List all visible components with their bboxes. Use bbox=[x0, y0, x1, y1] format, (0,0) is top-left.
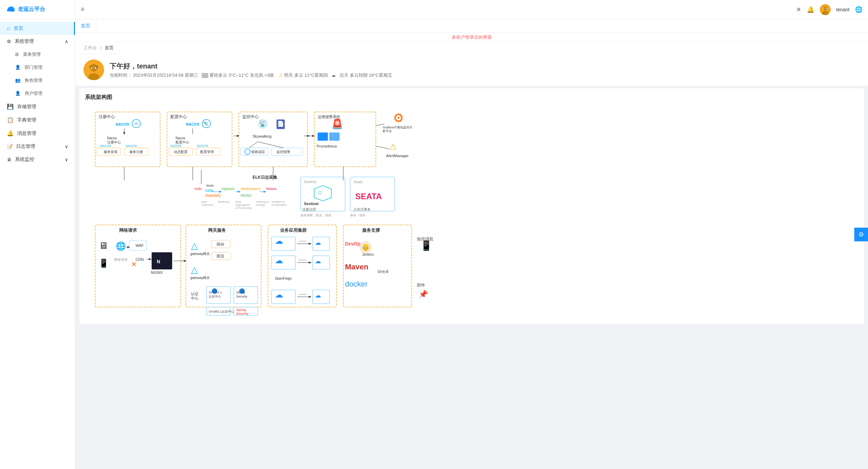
jenkins-face: 👴 bbox=[361, 243, 370, 251]
sidebar-item-dept-mgmt[interactable]: 👤 部门管理 bbox=[0, 61, 75, 74]
phone-icon: 📱 bbox=[420, 240, 432, 251]
nginx-label-bottom: NGINX bbox=[151, 270, 163, 275]
rabbitmq-label: RabbitMQ bbox=[205, 194, 221, 198]
server-cloud3: ☁ bbox=[315, 292, 321, 299]
avatar[interactable] bbox=[820, 4, 831, 15]
grafana-label: Grafana可视化监控分 bbox=[383, 126, 412, 129]
ops-alert-line bbox=[376, 146, 390, 149]
sidebar-nav: ⌂ 首页 ⚙ 系统管理 ∧ ⊞ 菜单管理 👤 部门管理 👥 角色管理 👤 用户管… bbox=[0, 19, 75, 469]
sidebar-item-role-mgmt[interactable]: 👥 角色管理 bbox=[0, 74, 75, 87]
support-title: 服务支撑 bbox=[362, 228, 380, 233]
server-cloud2: ☁ bbox=[315, 258, 321, 265]
transaction-notes: 事务一致性 bbox=[350, 214, 366, 217]
dept-mgmt-icon: 👤 bbox=[15, 65, 21, 70]
config-title: 配置中心 bbox=[170, 114, 187, 119]
home-icon: ⌂ bbox=[7, 25, 10, 31]
user-mgmt-icon: 👤 bbox=[15, 91, 21, 96]
arch-title: 系统架构图 bbox=[85, 94, 858, 101]
header-left: ≡ bbox=[81, 6, 85, 13]
logo-icon bbox=[5, 5, 15, 14]
breadcrumb: 工作台 / 首页 bbox=[75, 42, 868, 54]
sentinel-shield bbox=[314, 186, 331, 201]
sidebar-item-home[interactable]: ⌂ 首页 bbox=[0, 22, 75, 35]
data-collect-label2: Collection bbox=[201, 203, 213, 206]
sidebar-item-sys-monitor[interactable]: 🖥 系统监控 ∨ bbox=[0, 153, 75, 166]
cross-icon: ✕ bbox=[131, 261, 137, 268]
visual-label: Visualization bbox=[271, 203, 287, 206]
sidebar-item-log-mgmt[interactable]: 📝 日志管理 ∨ bbox=[0, 140, 75, 153]
sidebar-item-storage-mgmt[interactable]: 💾 存储管理 bbox=[0, 100, 75, 113]
dict-mgmt-label: 字典管理 bbox=[17, 117, 36, 123]
auth-center-label: 认证 bbox=[191, 292, 199, 296]
server-text3: server bbox=[299, 293, 307, 296]
breadcrumb-sep: / bbox=[100, 45, 103, 50]
weather-text: 雾转多云 3°C~11°C 东北风 <3级 bbox=[209, 73, 274, 78]
prometheus-label: Prometheus bbox=[317, 144, 337, 148]
greeting-text: 下午好，tenant bbox=[110, 62, 392, 71]
breadcrumb-workspace: 工作台 bbox=[84, 45, 97, 50]
prom-stack1 bbox=[318, 132, 328, 141]
nginx-label: NGINX bbox=[241, 194, 252, 198]
server-text2: server bbox=[299, 258, 307, 262]
sw-chain-line bbox=[249, 142, 258, 148]
sidebar-item-msg-mgmt[interactable]: 🔔 消息管理 bbox=[0, 127, 75, 140]
config-mgmt-label: 配置管理 bbox=[200, 150, 214, 154]
oauth-shield-icon: 🔵 bbox=[212, 288, 218, 294]
main-area: ≡ ✕ 🔔 tenant 🌐 首页 bbox=[75, 0, 868, 469]
svg-point-6 bbox=[826, 8, 827, 9]
config-nacos-label: NACOS bbox=[186, 122, 200, 126]
svg-point-14 bbox=[96, 67, 97, 68]
computer-icon: 🖥 bbox=[99, 240, 108, 251]
gateway-icon1: △ bbox=[191, 241, 198, 251]
close-icon[interactable]: ✕ bbox=[796, 6, 801, 13]
sidebar-item-system-mgmt[interactable]: ⚙ 系统管理 ∧ bbox=[0, 35, 75, 48]
dept-mgmt-label: 部门管理 bbox=[25, 65, 42, 70]
menu-mgmt-label: 菜单管理 bbox=[23, 52, 41, 57]
registry-nacos-label: NACOS bbox=[116, 122, 129, 126]
monitor-outer-box bbox=[239, 112, 307, 167]
oauth-label3: OAuth2.1认证中心 bbox=[209, 310, 234, 313]
redis-label: redis bbox=[194, 187, 202, 191]
sidebar-item-user-mgmt[interactable]: 👤 用户管理 bbox=[0, 87, 75, 100]
tab-home[interactable]: 首页 bbox=[75, 19, 96, 33]
msg-icon: 🔔 bbox=[7, 130, 14, 137]
dict-icon: 📋 bbox=[7, 117, 14, 123]
nacos-reg-center2: 注册中心 bbox=[107, 140, 121, 144]
nacos-label-right: NACOS bbox=[126, 144, 137, 148]
bell-icon[interactable]: 🔔 bbox=[807, 6, 814, 13]
server-icon1: ☁ bbox=[275, 236, 283, 245]
greeting-username: tenant bbox=[137, 62, 157, 70]
analytics-label: Analytics & bbox=[271, 200, 285, 203]
sidebar: 老寇云平台 ⌂ 首页 ⚙ 系统管理 ∧ ⊞ 菜单管理 👤 部门管理 👥 角色管理… bbox=[0, 0, 75, 469]
spring-security-label2: Security bbox=[236, 295, 247, 298]
username-label[interactable]: tenant bbox=[836, 7, 850, 12]
oauth-label2: 认证中心 bbox=[209, 295, 221, 298]
chain-icon bbox=[245, 149, 250, 154]
settings-fab-button[interactable]: ⚙ bbox=[854, 228, 868, 241]
menu-toggle-button[interactable]: ≡ bbox=[81, 6, 85, 13]
welcome-card: 下午好，tenant 当前时间： 2023年02月15日18:54:58 星期三… bbox=[75, 54, 868, 86]
avatar-image bbox=[820, 4, 831, 15]
datetime-value: 2023年02月15日18:54:58 星期三 bbox=[133, 73, 198, 78]
data-agg-label: Data bbox=[235, 200, 241, 203]
seata-label-big: SEATA bbox=[355, 192, 382, 201]
role-mgmt-label: 角色管理 bbox=[25, 78, 42, 83]
monitor-doc-icon: 📄 bbox=[277, 121, 284, 127]
welcome-info: 下午好，tenant 当前时间： 2023年02月15日18:54:58 星期三… bbox=[110, 62, 392, 78]
log-mgmt-label: 日志管理 bbox=[16, 143, 35, 150]
grafana-icon: ⚙ bbox=[393, 111, 404, 125]
seata-title-small: Seata bbox=[354, 180, 363, 184]
sidebar-item-menu-mgmt[interactable]: ⊞ 菜单管理 bbox=[0, 48, 75, 61]
kibana-label: kibana bbox=[266, 187, 277, 191]
network-req-label: 网络请求 bbox=[114, 258, 128, 262]
elasticsearch-label: elasticsearch bbox=[241, 187, 260, 191]
tenant-banner: 多租户登录后的界面 bbox=[75, 33, 868, 42]
nacos-config-center: Nacos bbox=[176, 136, 185, 140]
weather-icon: ▓▓ bbox=[202, 73, 208, 78]
svg-point-5 bbox=[824, 8, 824, 9]
sidebar-item-dict-mgmt[interactable]: 📋 字典管理 bbox=[0, 113, 75, 127]
globe-icon[interactable]: 🌐 bbox=[855, 6, 863, 13]
skywalking-icon: 📡 bbox=[259, 120, 267, 127]
service-notes: 服务熔断、限流、降级 bbox=[301, 214, 331, 217]
msg-mgmt-label: 消息管理 bbox=[17, 130, 36, 137]
